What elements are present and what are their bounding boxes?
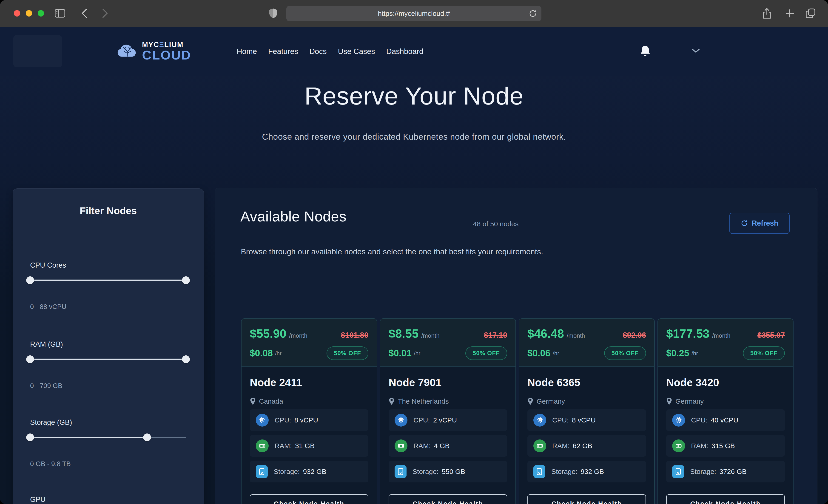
ram-spec-row: RAM:31 GB bbox=[250, 435, 368, 457]
monthly-unit: /month bbox=[567, 332, 585, 339]
tab-overview-icon[interactable] bbox=[805, 8, 816, 19]
cpu-spec-row: CPU:40 vCPU bbox=[666, 409, 785, 431]
new-tab-icon[interactable] bbox=[784, 8, 796, 19]
ram-value: 315 GB bbox=[711, 442, 735, 450]
monthly-price: $55.90 bbox=[250, 327, 286, 340]
monthly-unit: /month bbox=[712, 332, 731, 339]
cpu-value: 8 vCPU bbox=[294, 416, 318, 424]
cpu-range-slider[interactable] bbox=[30, 276, 186, 284]
ram-range-slider[interactable] bbox=[30, 355, 186, 363]
back-icon[interactable] bbox=[79, 8, 90, 19]
cpu-slider-min-handle[interactable] bbox=[26, 276, 34, 284]
discount-badge: 50% OFF bbox=[327, 346, 368, 360]
hourly-price: $0.25 bbox=[666, 348, 689, 359]
storage-label: Storage: bbox=[413, 468, 439, 475]
cpu-icon bbox=[256, 414, 268, 427]
privacy-shield-icon[interactable] bbox=[267, 8, 279, 19]
storage-slider-min-handle[interactable] bbox=[26, 433, 34, 441]
ram-slider-min-handle[interactable] bbox=[26, 355, 34, 363]
nav-link-dashboard[interactable]: Dashboard bbox=[386, 47, 423, 56]
storage-spec-row: Storage:932 GB bbox=[250, 461, 368, 482]
sidebar-toggle-icon[interactable] bbox=[54, 8, 66, 19]
reload-icon[interactable] bbox=[529, 9, 537, 18]
minimize-window-button[interactable] bbox=[26, 10, 32, 16]
storage-range-text: 0 GB - 9.8 TB bbox=[30, 460, 71, 468]
storage-range-slider[interactable] bbox=[30, 433, 186, 441]
cpu-spec-row: CPU:8 vCPU bbox=[250, 409, 368, 431]
card-price-header: $46.48 /month $92.96 $0.06 /hr 50% OFF bbox=[519, 319, 654, 367]
hourly-unit: /hr bbox=[553, 350, 559, 356]
page-title: Reserve Your Node bbox=[0, 82, 828, 110]
zoom-window-button[interactable] bbox=[38, 10, 44, 16]
cpu-value: 8 vCPU bbox=[572, 416, 596, 424]
node-location: Germany bbox=[537, 397, 565, 405]
page-subtitle: Choose and reserve your dedicated Kubern… bbox=[0, 132, 828, 142]
filter-title: Filter Nodes bbox=[13, 205, 204, 216]
ram-value: 31 GB bbox=[295, 442, 315, 450]
storage-spec-row: Storage:550 GB bbox=[388, 461, 507, 482]
cpu-icon bbox=[672, 414, 685, 427]
hourly-unit: /hr bbox=[414, 350, 420, 356]
nav-link-features[interactable]: Features bbox=[268, 47, 298, 56]
storage-filter-label: Storage (GB) bbox=[30, 418, 72, 427]
cpu-spec-row: CPU:8 vCPU bbox=[527, 409, 646, 431]
storage-label: Storage: bbox=[274, 468, 300, 475]
discount-badge: 50% OFF bbox=[465, 346, 507, 360]
check-node-health-button[interactable]: Check Node Health bbox=[527, 494, 646, 504]
account-chevron-down-icon[interactable] bbox=[692, 48, 701, 55]
forward-icon[interactable] bbox=[99, 8, 111, 19]
storage-value: 3726 GB bbox=[719, 468, 746, 475]
check-node-health-button[interactable]: Check Node Health bbox=[250, 494, 368, 504]
share-icon[interactable] bbox=[761, 8, 773, 19]
site-logo[interactable]: MYCΞLIUM CLOUD bbox=[117, 35, 191, 67]
node-name: Node 2411 bbox=[250, 376, 368, 389]
cpu-spec-row: CPU:2 vCPU bbox=[388, 409, 507, 431]
monthly-price: $8.55 bbox=[388, 327, 418, 340]
nav-link-use-cases[interactable]: Use Cases bbox=[338, 47, 375, 56]
node-name: Node 7901 bbox=[388, 376, 507, 389]
original-price: $101.80 bbox=[341, 331, 368, 339]
hourly-unit: /hr bbox=[692, 350, 698, 356]
browser-window: https://myceliumcloud.tf bbox=[0, 0, 828, 504]
cpu-label: CPU: bbox=[275, 416, 291, 424]
ram-slider-max-handle[interactable] bbox=[182, 355, 190, 363]
storage-value: 932 GB bbox=[303, 468, 326, 475]
card-price-header: $8.55 /month $17.10 $0.01 /hr 50% OFF bbox=[380, 319, 515, 367]
node-card: $177.53 /month $355.07 $0.25 /hr 50% OFF… bbox=[658, 319, 793, 504]
node-location: The Netherlands bbox=[398, 397, 449, 405]
notifications-bell-icon[interactable] bbox=[639, 45, 652, 58]
monthly-unit: /month bbox=[421, 332, 440, 339]
refresh-button[interactable]: Refresh bbox=[730, 213, 790, 234]
location-pin-icon bbox=[666, 397, 672, 405]
location-pin-icon bbox=[527, 397, 533, 405]
node-name: Node 6365 bbox=[527, 376, 646, 389]
nodes-subtitle: Browse through our available nodes and s… bbox=[241, 247, 543, 256]
cpu-slider-max-handle[interactable] bbox=[182, 276, 190, 284]
storage-spec-row: Storage:932 GB bbox=[527, 461, 646, 482]
close-window-button[interactable] bbox=[14, 10, 20, 16]
slider-fill bbox=[30, 280, 186, 281]
storage-icon bbox=[395, 465, 407, 478]
cpu-label: CPU: bbox=[552, 416, 569, 424]
ram-icon bbox=[533, 439, 546, 452]
node-card: $46.48 /month $92.96 $0.06 /hr 50% OFF N… bbox=[519, 319, 655, 504]
monthly-price: $177.53 bbox=[666, 327, 709, 340]
storage-slider-max-handle[interactable] bbox=[143, 433, 151, 441]
storage-value: 932 GB bbox=[580, 468, 604, 475]
cpu-label: CPU: bbox=[691, 416, 708, 424]
check-node-health-button[interactable]: Check Node Health bbox=[666, 494, 785, 504]
nodes-count: 48 of 50 nodes bbox=[473, 220, 519, 228]
ram-value: 4 GB bbox=[434, 442, 450, 450]
ram-label: RAM: bbox=[275, 442, 292, 450]
nav-link-docs[interactable]: Docs bbox=[309, 47, 327, 56]
node-location: Germany bbox=[675, 397, 704, 405]
storage-icon bbox=[256, 465, 268, 478]
storage-label: Storage: bbox=[551, 468, 577, 475]
check-node-health-button[interactable]: Check Node Health bbox=[388, 494, 507, 504]
cpu-icon bbox=[533, 414, 546, 427]
cpu-range-text: 0 - 88 vCPU bbox=[30, 303, 67, 310]
address-bar[interactable]: https://myceliumcloud.tf bbox=[286, 6, 541, 22]
card-price-header: $55.90 /month $101.80 $0.08 /hr 50% OFF bbox=[242, 319, 377, 367]
site-navbar: MYCΞLIUM CLOUD Home Features Docs Use Ca… bbox=[0, 27, 828, 76]
nav-link-home[interactable]: Home bbox=[237, 47, 257, 56]
